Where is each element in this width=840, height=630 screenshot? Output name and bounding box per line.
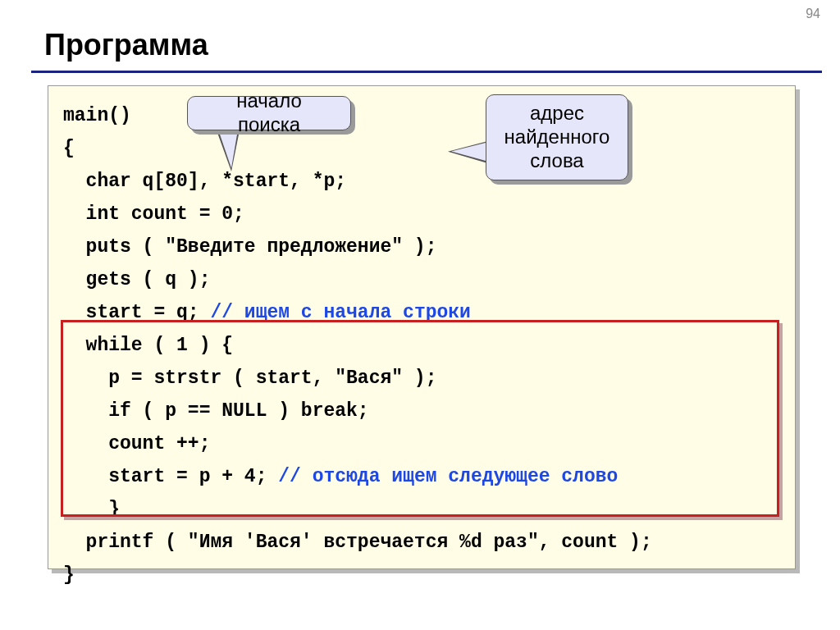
code-comment: // ищем с начала строки [210, 302, 470, 323]
callout-found-address: адрес найденного слова [486, 94, 628, 180]
code-line: } [63, 559, 780, 591]
code-line: gets ( q ); [63, 263, 780, 296]
code-line: p = strstr ( start, "Вася" ); [63, 362, 780, 395]
code-line: start = p + 4; // отсюда ищем следующее … [63, 460, 780, 493]
callout-text: начало поиска [203, 89, 336, 137]
code-comment: // отсюда ищем следующее слово [278, 466, 618, 487]
code-line: while ( 1 ) { [63, 329, 780, 362]
code-line: } [63, 493, 780, 526]
code-line: puts ( "Введите предложение" ); [63, 231, 780, 263]
callout-search-start: начало поиска [187, 96, 351, 130]
code-line: printf ( "Имя 'Вася' встречается %d раз"… [63, 526, 780, 559]
code-line: char q[80], *start, *p; [63, 165, 780, 198]
code-line: count ++; [63, 427, 780, 460]
code-line: start = q; // ищем с начала строки [63, 296, 780, 329]
code-line: if ( p == NULL ) break; [63, 395, 780, 427]
slide-title: Программа [44, 28, 208, 62]
code-block: main() { char q[80], *start, *p; int cou… [48, 85, 796, 569]
title-rule [31, 71, 822, 73]
code-line: { [63, 132, 780, 165]
callout-text: слова [530, 149, 583, 173]
callout-text: найденного [504, 126, 610, 149]
page-number: 94 [806, 7, 820, 21]
code-line: main() [63, 99, 780, 132]
code-line: int count = 0; [63, 198, 780, 231]
callout-text: адрес [530, 102, 584, 126]
